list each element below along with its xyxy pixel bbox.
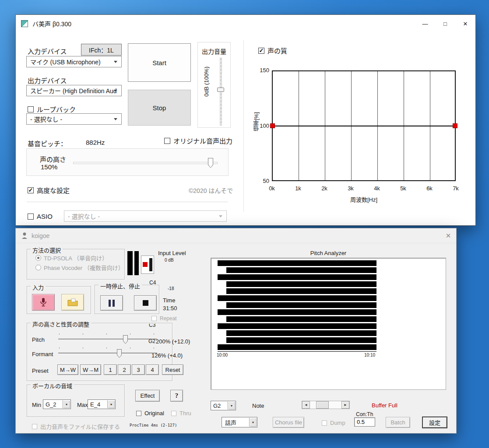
- slider-thumb[interactable]: [217, 88, 224, 92]
- checkbox-box: [28, 106, 34, 112]
- asio-checkbox[interactable]: ASIO: [28, 213, 53, 220]
- checkbox-box: ✓: [28, 187, 34, 193]
- dropdown-arrow-icon: ▼: [110, 403, 113, 406]
- save-output-checkbox: 出力音声をファイルに保存する: [32, 422, 120, 430]
- scroll-track[interactable]: [310, 401, 341, 409]
- slider-thumb[interactable]: [117, 349, 122, 358]
- dropdown-arrow-icon: ▼: [252, 421, 255, 424]
- scroll-left-button[interactable]: ◄: [302, 401, 310, 409]
- dropdown-button[interactable]: ▼: [63, 400, 70, 408]
- help-button[interactable]: ?: [170, 390, 183, 402]
- pitch-bars: [226, 260, 376, 351]
- groupbox-title: 方法の選択: [31, 246, 63, 254]
- eq-curve[interactable]: [273, 126, 455, 126]
- preset-2-button[interactable]: 2: [118, 364, 131, 375]
- level-meter-peak: [141, 256, 154, 274]
- preset-reset-button[interactable]: Reset: [162, 364, 183, 375]
- conth-input[interactable]: [354, 417, 375, 427]
- voice-mode-select[interactable]: 話声 ▼: [222, 417, 257, 427]
- time-value: 31:50: [163, 305, 177, 312]
- settings-button[interactable]: 設定: [422, 416, 447, 428]
- output-device-select[interactable]: スピーカー (High Definition Aud: [26, 85, 122, 96]
- pause-button[interactable]: [100, 295, 123, 311]
- preset-3-button[interactable]: 3: [132, 364, 145, 375]
- original-checkbox[interactable]: Original: [136, 410, 164, 416]
- slider-thumb[interactable]: [123, 335, 128, 344]
- voice-pitch-slider[interactable]: [73, 157, 218, 170]
- thru-checkbox: Thru: [171, 410, 191, 416]
- max-label: Max: [77, 402, 88, 408]
- start-button[interactable]: Start: [128, 43, 191, 82]
- dropdown-arrow-icon: ▼: [230, 404, 233, 407]
- eq-handle-left[interactable]: [270, 123, 275, 128]
- preset-1-button[interactable]: 1: [104, 364, 117, 375]
- conth-label: Con:Th: [356, 411, 373, 417]
- dropdown-arrow-icon: ▼: [65, 403, 68, 406]
- formant-slider[interactable]: [57, 347, 158, 358]
- app-icon: [21, 20, 28, 27]
- chevron-down-icon: [219, 215, 222, 217]
- divider: [243, 40, 244, 212]
- input-level-label: Input Level: [158, 250, 186, 256]
- dropdown-button[interactable]: ▼: [249, 418, 257, 427]
- close-button[interactable]: ✕: [440, 228, 456, 243]
- close-button[interactable]: ✕: [455, 15, 475, 32]
- x-axis-title: 周波数[Hz]: [331, 195, 397, 203]
- loopback-device-select[interactable]: - 選択なし -: [26, 113, 122, 125]
- window-title: koigoe: [32, 232, 49, 239]
- ifch-button[interactable]: IFch：1L: [81, 44, 122, 56]
- x-tick: 4k: [371, 185, 383, 192]
- output-volume-slider[interactable]: [216, 58, 225, 126]
- voice-pitch-value: 150%: [41, 163, 57, 171]
- stop-playback-button[interactable]: [134, 295, 157, 311]
- max-note-select[interactable]: E_4 ▼: [88, 399, 116, 409]
- scroll-right-button[interactable]: ►: [341, 401, 349, 409]
- output-volume-label: 出力音量: [198, 47, 230, 56]
- pitch-slider[interactable]: [57, 333, 158, 344]
- preset-mw-button[interactable]: M→W: [57, 364, 78, 375]
- input-level-value: 0 dB: [165, 258, 174, 262]
- slider-thumb[interactable]: [208, 158, 213, 168]
- radio-td-psola: TD-PSOLA （単音向け）: [35, 254, 108, 262]
- time-axis: [218, 351, 376, 352]
- chevron-down-icon: [114, 118, 117, 120]
- loopback-checkbox[interactable]: ループバック: [28, 105, 76, 114]
- dropdown-button[interactable]: ▼: [228, 402, 235, 410]
- stop-button[interactable]: Stop: [128, 90, 191, 126]
- record-mic-button[interactable]: [32, 294, 55, 311]
- titlebar[interactable]: koigoe ✕: [16, 228, 456, 243]
- peak-indicator: [143, 262, 148, 267]
- x-tick: 0k: [266, 185, 278, 192]
- checkbox-box: [32, 424, 37, 429]
- formant-value: 126% (+4.0): [151, 352, 183, 359]
- time-label: Time: [163, 297, 175, 304]
- maximize-button[interactable]: □: [435, 15, 455, 32]
- output-device-label: 出力デバイス: [28, 76, 67, 85]
- minimize-button[interactable]: —: [415, 15, 435, 32]
- min-note-select[interactable]: G_2 ▼: [43, 399, 71, 409]
- effect-button[interactable]: Effect: [135, 390, 160, 402]
- input-device-select[interactable]: マイク (USB Microphone): [26, 56, 122, 67]
- open-file-button[interactable]: [61, 294, 84, 311]
- advanced-settings-checkbox[interactable]: ✓ 高度な設定: [28, 186, 70, 195]
- pitch-value: 200% (+12.0): [156, 338, 190, 345]
- eq-chart[interactable]: [272, 70, 456, 181]
- preset-wm-button[interactable]: W→M: [80, 364, 101, 375]
- titlebar[interactable]: バ美声 β0.300 — □ ✕: [16, 15, 475, 32]
- scroll-thumb[interactable]: [316, 401, 329, 409]
- voice-quality-checkbox[interactable]: ✓ 声の質: [258, 46, 287, 55]
- microphone-icon: [40, 298, 47, 307]
- note-select[interactable]: G2 ▼: [211, 401, 236, 410]
- original-output-checkbox[interactable]: オリジナル音声出力: [164, 136, 232, 145]
- preset-4-button[interactable]: 4: [146, 364, 159, 375]
- radio-dot: [35, 255, 41, 261]
- voice-pitch-panel: 声の高さ 150%: [26, 148, 229, 176]
- x-tick: 6k: [423, 185, 436, 192]
- eq-handle-right[interactable]: [453, 123, 457, 128]
- time-scrollbar[interactable]: ◄ ►: [302, 401, 350, 409]
- dropdown-button[interactable]: ▼: [107, 400, 115, 408]
- level-meter-bar: [134, 251, 139, 275]
- y-axis-title: 倍率[%]: [252, 112, 260, 132]
- note-marker-g2: G2: [148, 338, 155, 344]
- checkbox-box: [164, 138, 170, 144]
